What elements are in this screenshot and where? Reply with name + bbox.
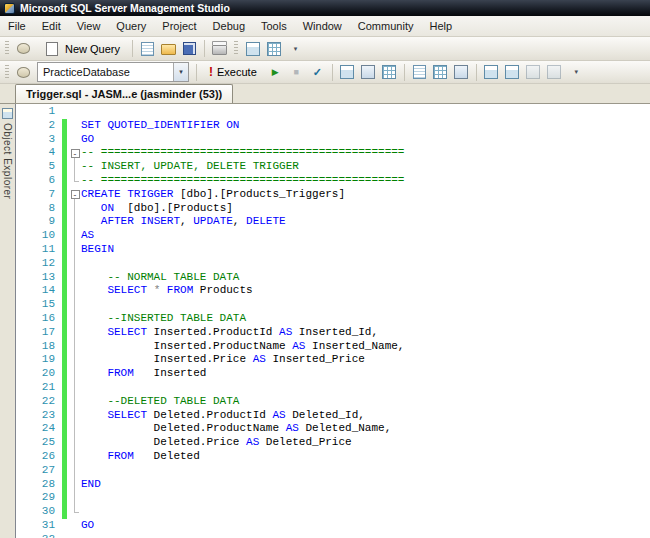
code-line-24[interactable]: 24 Deleted.ProductName AS Deleted_Name, bbox=[16, 422, 650, 436]
fold-margin bbox=[69, 312, 81, 326]
show-estimated-plan-icon[interactable] bbox=[338, 63, 357, 82]
code-line-29[interactable]: 29 bbox=[16, 491, 650, 505]
results-to-file-icon[interactable] bbox=[452, 63, 471, 82]
results-to-text-icon[interactable] bbox=[410, 63, 429, 82]
code-line-5[interactable]: 5-- INSERT, UPDATE, DELETE TRIGGER bbox=[16, 160, 650, 174]
code-line-9[interactable]: 9 AFTER INSERT, UPDATE, DELETE bbox=[16, 215, 650, 229]
code-line-14[interactable]: 14 SELECT * FROM Products bbox=[16, 284, 650, 298]
code-line-18[interactable]: 18 Inserted.ProductName AS Inserted_Name… bbox=[16, 340, 650, 354]
code-line-10[interactable]: 10AS bbox=[16, 229, 650, 243]
debug-play-icon[interactable]: ▶ bbox=[266, 63, 285, 82]
sql-code-editor[interactable]: 12SET QUOTED_IDENTIFIER ON3GO4--- ======… bbox=[15, 104, 650, 538]
toolbar-grip[interactable] bbox=[234, 41, 238, 56]
menu-item-help[interactable]: Help bbox=[421, 16, 460, 36]
query-options-icon[interactable] bbox=[359, 63, 378, 82]
open-file-icon[interactable] bbox=[159, 39, 178, 58]
code-line-21[interactable]: 21 bbox=[16, 381, 650, 395]
code-line-31[interactable]: 31GO bbox=[16, 519, 650, 533]
toolbar-options-chevron[interactable]: ▾ bbox=[567, 63, 586, 82]
line-number: 4 bbox=[16, 146, 62, 160]
menu-item-view[interactable]: View bbox=[69, 16, 109, 36]
code-line-30[interactable]: 30 bbox=[16, 505, 650, 519]
line-number: 11 bbox=[16, 243, 62, 257]
execute-button[interactable]: ! Execute bbox=[202, 62, 264, 82]
menu-item-project[interactable]: Project bbox=[154, 16, 204, 36]
code-text: -- =====================================… bbox=[81, 174, 650, 188]
code-line-26[interactable]: 26 FROM Deleted bbox=[16, 450, 650, 464]
code-line-22[interactable]: 22 --DELETED TABLE DATA bbox=[16, 395, 650, 409]
code-line-2[interactable]: 2SET QUOTED_IDENTIFIER ON bbox=[16, 119, 650, 133]
fold-margin bbox=[69, 533, 81, 538]
code-line-4[interactable]: 4--- ===================================… bbox=[16, 146, 650, 160]
code-line-16[interactable]: 16 --INSERTED TABLE DATA bbox=[16, 312, 650, 326]
line-number: 17 bbox=[16, 326, 62, 340]
line-number: 30 bbox=[16, 505, 62, 519]
menu-item-community[interactable]: Community bbox=[350, 16, 422, 36]
database-icon[interactable] bbox=[14, 39, 33, 58]
view-pane-icon[interactable] bbox=[243, 39, 262, 58]
intellisense-enabled-icon[interactable] bbox=[380, 63, 399, 82]
code-line-32[interactable]: 32 bbox=[16, 533, 650, 538]
tab-trigger-sql[interactable]: Trigger.sql - JASM...e (jasminder (53)) bbox=[15, 84, 233, 103]
fold-margin bbox=[69, 284, 81, 298]
code-text: -- INSERT, UPDATE, DELETE TRIGGER bbox=[81, 160, 650, 174]
database-combo[interactable]: PracticeDatabase ▾ bbox=[37, 62, 189, 82]
new-document-icon[interactable] bbox=[138, 39, 157, 58]
object-explorer-sidebar-tab[interactable]: Object Explorer bbox=[0, 104, 15, 538]
code-line-20[interactable]: 20 FROM Inserted bbox=[16, 367, 650, 381]
fold-toggle-icon[interactable]: - bbox=[69, 146, 81, 160]
code-text: AS bbox=[81, 229, 650, 243]
line-number: 9 bbox=[16, 215, 62, 229]
save-icon[interactable] bbox=[180, 39, 199, 58]
menu-item-debug[interactable]: Debug bbox=[205, 16, 253, 36]
comment-out-lines-icon[interactable] bbox=[482, 63, 501, 82]
menu-item-window[interactable]: Window bbox=[295, 16, 350, 36]
object-explorer-icon bbox=[2, 108, 13, 119]
results-to-grid-icon[interactable] bbox=[431, 63, 450, 82]
code-line-23[interactable]: 23 SELECT Deleted.ProductId AS Deleted_I… bbox=[16, 409, 650, 423]
toolbar-grip[interactable] bbox=[5, 65, 9, 80]
code-line-15[interactable]: 15 bbox=[16, 298, 650, 312]
change-tracking-bar bbox=[62, 215, 67, 229]
code-line-25[interactable]: 25 Deleted.Price AS Deleted_Price bbox=[16, 436, 650, 450]
menu-item-edit[interactable]: Edit bbox=[34, 16, 69, 36]
code-line-13[interactable]: 13 -- NORMAL TABLE DATA bbox=[16, 271, 650, 285]
line-number: 8 bbox=[16, 202, 62, 216]
uncomment-lines-icon[interactable] bbox=[503, 63, 522, 82]
menu-bar: FileEditViewQueryProjectDebugToolsWindow… bbox=[0, 16, 650, 37]
menu-item-file[interactable]: File bbox=[0, 16, 34, 36]
registered-servers-icon[interactable] bbox=[264, 39, 283, 58]
code-line-17[interactable]: 17 SELECT Inserted.ProductId AS Inserted… bbox=[16, 326, 650, 340]
fold-margin bbox=[69, 326, 81, 340]
code-text: BEGIN bbox=[81, 243, 650, 257]
code-line-1[interactable]: 1 bbox=[16, 105, 650, 119]
parse-check-icon[interactable]: ✓ bbox=[308, 63, 327, 82]
available-databases-icon[interactable] bbox=[14, 63, 33, 82]
line-number: 28 bbox=[16, 478, 62, 492]
ssms-window: Microsoft SQL Server Management Studio F… bbox=[0, 0, 650, 538]
fold-toggle-icon[interactable]: - bbox=[69, 188, 81, 202]
toolbar-options-chevron[interactable]: ▾ bbox=[286, 39, 305, 58]
window-title: Microsoft SQL Server Management Studio bbox=[20, 2, 230, 14]
toolbar-separator bbox=[132, 40, 133, 57]
code-line-28[interactable]: 28END bbox=[16, 478, 650, 492]
code-line-8[interactable]: 8 ON [dbo].[Products] bbox=[16, 202, 650, 216]
change-tracking-bar bbox=[62, 133, 67, 147]
code-line-3[interactable]: 3GO bbox=[16, 133, 650, 147]
menu-item-tools[interactable]: Tools bbox=[253, 16, 295, 36]
code-line-27[interactable]: 27 bbox=[16, 464, 650, 478]
code-line-19[interactable]: 19 Inserted.Price AS Inserted_Price bbox=[16, 353, 650, 367]
code-text: FROM Deleted bbox=[81, 450, 650, 464]
code-line-7[interactable]: 7-CREATE TRIGGER [dbo].[Products_Trigger… bbox=[16, 188, 650, 202]
fold-margin bbox=[69, 505, 81, 519]
menu-item-query[interactable]: Query bbox=[108, 16, 154, 36]
code-line-12[interactable]: 12 bbox=[16, 257, 650, 271]
combo-dropdown-icon[interactable]: ▾ bbox=[173, 63, 188, 81]
code-line-6[interactable]: 6-- ====================================… bbox=[16, 174, 650, 188]
fold-margin bbox=[69, 133, 81, 147]
print-icon[interactable] bbox=[210, 39, 229, 58]
code-line-11[interactable]: 11BEGIN bbox=[16, 243, 650, 257]
toolbar-grip[interactable] bbox=[5, 41, 9, 56]
code-lines-container: 12SET QUOTED_IDENTIFIER ON3GO4--- ======… bbox=[16, 105, 650, 538]
new-query-button[interactable]: New Query bbox=[35, 39, 127, 59]
